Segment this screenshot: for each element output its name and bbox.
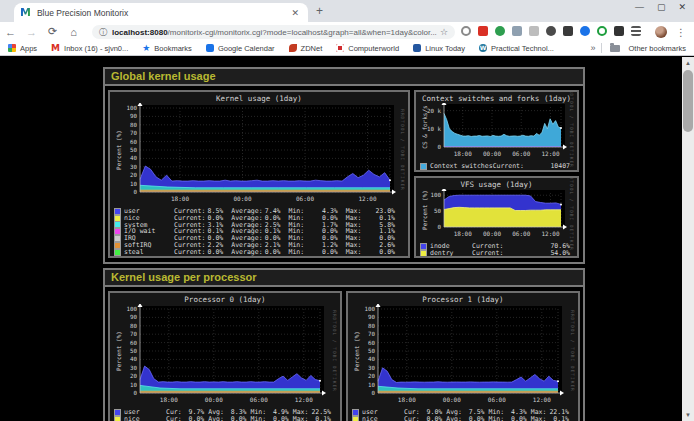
copy-pages-icon[interactable] [512, 26, 522, 36]
scrollbar-thumb[interactable] [683, 70, 693, 132]
plot-canvas: 20 k10 k018:0000:0006:0012:00 [416, 103, 577, 158]
svg-text:30: 30 [130, 164, 137, 170]
svg-text:40: 40 [130, 356, 137, 362]
bookmark-star-icon[interactable]: ☆ [440, 27, 448, 37]
svg-text:0: 0 [372, 390, 376, 396]
plot-canvas: 100908070605040302010018:0000:0006:0012:… [110, 103, 408, 203]
camera-extension-icon[interactable] [563, 26, 573, 36]
legend-swatch [115, 256, 120, 258]
svg-text:70: 70 [130, 331, 137, 337]
svg-text:0: 0 [438, 144, 442, 150]
legend-row: niceCur:0.0%Avg:0.0%Min:0.0%Max:0.1% [110, 416, 340, 421]
svg-text:12:00: 12:00 [358, 195, 376, 202]
svg-text:50: 50 [434, 208, 441, 214]
reload-button[interactable]: ⟳ [42, 25, 63, 38]
plot-canvas: 10050018:0000:0006:0012:00 [416, 189, 577, 238]
rrdtool-watermark: RRDTOOL / TOBI OETIKER [401, 109, 406, 191]
puzzle-extension-icon[interactable] [614, 26, 624, 36]
legend-stat: Current:4 [472, 170, 572, 172]
svg-text:18:00: 18:00 [454, 150, 472, 157]
svg-text:18:00: 18:00 [171, 195, 189, 202]
y-axis-label: Percent (%) [353, 331, 360, 371]
tune-extension-icon[interactable] [631, 26, 641, 36]
legend-swatch [421, 244, 426, 249]
browser-tab[interactable]: M Blue Precision Monitorix ✕ [14, 3, 308, 22]
svg-text:80: 80 [130, 323, 137, 329]
scroll-down-arrow-icon[interactable]: ▼ [682, 409, 694, 421]
graph-kernel-usage[interactable]: Kernel usage (1day)100908070605040302010… [108, 90, 410, 258]
bookmark-linux-today[interactable]: Linux Today [413, 44, 465, 53]
other-bookmarks-button[interactable]: Other bookmarks [610, 44, 686, 53]
svg-text:60: 60 [130, 139, 137, 145]
site-info-icon[interactable]: ⓘ [99, 27, 107, 38]
svg-text:10: 10 [130, 181, 137, 187]
svg-text:10 k: 10 k [427, 126, 441, 132]
search-extension-icon[interactable] [461, 26, 471, 36]
inactive-extension-icon[interactable] [529, 26, 539, 36]
svg-text:80: 80 [130, 122, 137, 128]
address-bar[interactable]: ⓘ localhost:8080/monitorix-cgi/monitorix… [92, 25, 455, 39]
leaf-extension-icon[interactable] [495, 26, 505, 36]
green-circle-extension-icon[interactable] [597, 26, 607, 36]
profile-avatar[interactable] [655, 26, 667, 38]
graph-title: VFS usage (1day) [416, 178, 577, 189]
eye-extension-icon[interactable] [546, 26, 556, 36]
section-kernel-usage-per-processor: Kernel usage per processor Processor 0 (… [103, 268, 585, 421]
computerworld-icon [336, 44, 344, 52]
graph-processor-1[interactable]: Processor 1 (1day)1009080706050403020100… [346, 291, 580, 421]
graph-context-switches-forks[interactable]: Context switches and forks (1day)20 k10 … [414, 90, 579, 172]
home-button[interactable]: ⌂ [63, 26, 84, 38]
y-axis-label: Percent (%) [115, 331, 122, 371]
window-minimize-button[interactable]: — [635, 2, 644, 12]
svg-text:12:00: 12:00 [533, 396, 551, 403]
legend-swatch [421, 164, 426, 169]
svg-text:0: 0 [134, 189, 138, 195]
window-close-button[interactable]: ✕ [678, 2, 686, 12]
page-scrollbar[interactable]: ▲ ▼ [682, 57, 694, 421]
scroll-up-arrow-icon[interactable]: ▲ [682, 57, 694, 69]
chat-extension-icon[interactable] [580, 26, 590, 36]
bookmark-google-calendar[interactable]: Google Calendar [206, 44, 275, 53]
legend-row: ForksCurrent:4 [416, 170, 577, 172]
bookmark-practical-technology[interactable]: WPractical Technol... [479, 44, 554, 53]
svg-text:30: 30 [368, 365, 375, 371]
svg-text:70: 70 [130, 130, 137, 136]
section-title-kernel-usage-per-processor: Kernel usage per processor [105, 270, 583, 287]
graph-vfs-usage[interactable]: VFS usage (1day)10050018:0000:0006:0012:… [414, 176, 579, 258]
graph-processor-0[interactable]: Processor 0 (1day)1009080706050403020100… [108, 291, 342, 421]
linux-today-icon [413, 44, 421, 52]
rrdtool-watermark: RRDTOOL / TOBI OETIKER [570, 176, 575, 251]
graph-legend: userCur:9.7%Avg:8.3%Min:4.9%Max:22.5%nic… [110, 409, 340, 421]
mail-checker-icon[interactable] [478, 26, 488, 36]
tab-close-icon[interactable]: ✕ [288, 8, 302, 18]
url-text[interactable]: localhost:8080/monitorix-cgi/monitorix.c… [112, 28, 440, 37]
legend-swatch [421, 257, 426, 258]
bookmark-bookmarks[interactable]: ★Bookmarks [142, 44, 192, 53]
browser-menu-icon[interactable]: ⋮ [676, 27, 686, 38]
new-tab-button[interactable]: + [316, 4, 323, 18]
bookmark-computerworld[interactable]: Computerworld [336, 44, 399, 53]
svg-text:12:00: 12:00 [541, 230, 559, 237]
bookmarks-overflow-button[interactable]: » [590, 43, 595, 53]
bookmark-inbox[interactable]: MInbox (16) - sjvn0... [51, 44, 128, 53]
legend-stat: Current:0.0% [472, 257, 572, 258]
svg-text:12:00: 12:00 [541, 150, 559, 157]
bookmark-apps[interactable]: Apps [8, 44, 37, 53]
rrdtool-watermark: RRDTOOL / TOBI OETIKER [570, 90, 575, 168]
graph-legend: inodeCurrent:70.6%dentryCurrent:54.0%fil… [416, 243, 577, 258]
star-icon: ★ [142, 44, 150, 52]
legend-stat: Min:0.0% [289, 256, 346, 258]
svg-text:06:00: 06:00 [488, 396, 506, 403]
forward-button[interactable]: → [21, 26, 42, 38]
legend-swatch [115, 417, 120, 421]
legend-stat: Min:0.0% [251, 416, 293, 421]
svg-text:40: 40 [368, 356, 375, 362]
svg-text:00:00: 00:00 [233, 195, 251, 202]
window-maximize-button[interactable]: ▢ [657, 2, 666, 12]
bookmarks-bar: Apps MInbox (16) - sjvn0... ★Bookmarks G… [0, 41, 694, 56]
bookmark-zdnet[interactable]: ZDNet [289, 44, 323, 53]
back-button[interactable]: ← [0, 26, 21, 38]
plot-canvas: 100908070605040302010018:0000:0006:0012:… [348, 304, 578, 404]
legend-stat: Max:0.0% [346, 256, 403, 258]
monitorix-favicon-icon: M [20, 6, 31, 19]
